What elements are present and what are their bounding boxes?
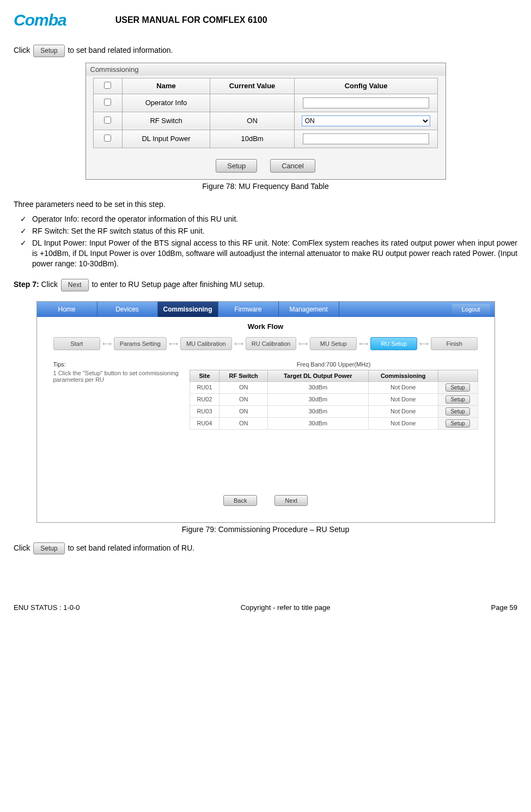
cell-site: RU01 — [190, 381, 219, 393]
next-button[interactable]: Next — [274, 495, 308, 506]
table-row: RU03 ON 30dBm Not Done Setup — [190, 405, 478, 417]
table-row: DL Input Power 10dBm — [93, 130, 438, 148]
page-header: Comba USER MANUAL FOR COMFLEX 6100 — [14, 11, 517, 29]
next-button[interactable]: Next — [61, 279, 89, 291]
wf-mu-cal[interactable]: MU Calibration — [180, 337, 232, 350]
bottom-navigation: Back Next — [37, 435, 495, 522]
table-row: RU04 ON 30dBm Not Done Setup — [190, 417, 478, 429]
intro-prefix: Click — [14, 46, 32, 54]
intro-paragraph: Click Setup to set band related informat… — [14, 45, 517, 57]
step-7-suffix: to enter to RU Setup page after finishin… — [91, 280, 265, 289]
cell-site: RU04 — [190, 417, 219, 429]
cell-rf: ON — [219, 393, 267, 405]
setup-button[interactable]: Setup — [445, 383, 469, 392]
config-table: Name Current Value Config Value Operator… — [93, 78, 438, 148]
page-footer: ENU STATUS : 1-0-0 Copyright - refer to … — [14, 603, 517, 612]
setup-button[interactable]: Setup — [445, 395, 469, 404]
outro-suffix: to set band related information of RU. — [68, 544, 194, 552]
cell-site: RU03 — [190, 405, 219, 417]
cancel-button[interactable]: Cancel — [270, 159, 315, 173]
table-row: RF Switch ON ON — [93, 112, 438, 130]
cell-target: 30dBm — [267, 393, 368, 405]
nav-home[interactable]: Home — [37, 302, 97, 317]
arrow-icon: ⟷ — [297, 340, 309, 347]
header-config: Config Value — [294, 78, 437, 94]
tips-body: 1 Click the "Setup" button to set commis… — [53, 370, 184, 383]
paragraph-three-params: Three parameters need to be set in this … — [14, 199, 517, 210]
nav-bar: Home Devices Commissioning Firmware Mana… — [37, 302, 495, 317]
row-checkbox[interactable] — [104, 117, 111, 124]
row-current — [210, 94, 295, 112]
ru-header-target: Target DL Output Power — [267, 370, 368, 381]
wf-ru-setup[interactable]: RU Setup — [370, 337, 417, 350]
footer-copyright: Copyright - refer to title page — [241, 603, 331, 612]
wf-finish[interactable]: Finish — [431, 337, 478, 350]
content-row: Tips: 1 Click the "Setup" button to set … — [37, 361, 495, 435]
ru-header-comm: Commissioning — [368, 370, 438, 381]
table-column: Freq Band:700 Upper(MHz) Site RF Switch … — [190, 361, 478, 430]
header-name: Name — [122, 78, 210, 94]
row-checkbox[interactable] — [104, 135, 111, 142]
workflow-title: Work Flow — [37, 317, 495, 334]
app-screenshot: Home Devices Commissioning Firmware Mana… — [36, 301, 495, 523]
table-row: RU02 ON 30dBm Not Done Setup — [190, 393, 478, 405]
ru-header-rf: RF Switch — [219, 370, 267, 381]
row-checkbox[interactable] — [104, 99, 111, 106]
footer-status: ENU STATUS : 1-0-0 — [14, 603, 80, 612]
document-title: USER MANUAL FOR COMFLEX 6100 — [115, 15, 267, 25]
nav-commissioning[interactable]: Commissioning — [158, 302, 218, 317]
setup-button[interactable]: Setup — [33, 542, 64, 555]
wf-ru-cal[interactable]: RU Calibration — [246, 337, 297, 350]
figure-caption-78: Figure 78: MU Frequency Band Table — [14, 182, 517, 191]
ru-header-action — [438, 370, 478, 381]
nav-devices[interactable]: Devices — [97, 302, 158, 317]
intro-suffix: to set band related information. — [68, 46, 173, 54]
setup-button[interactable]: Setup — [216, 159, 257, 173]
row-name: Operator Info — [122, 94, 210, 112]
row-current: 10dBm — [210, 130, 295, 148]
ru-table: Site RF Switch Target DL Output Power Co… — [190, 370, 478, 430]
cell-rf: ON — [219, 417, 267, 429]
arrow-icon: ⟷ — [168, 340, 179, 347]
wf-start[interactable]: Start — [53, 337, 100, 350]
tips-column: Tips: 1 Click the "Setup" button to set … — [53, 361, 190, 430]
arrow-icon: ⟷ — [418, 340, 430, 347]
cell-target: 30dBm — [267, 381, 368, 393]
setup-button[interactable]: Setup — [445, 407, 469, 416]
config-input[interactable] — [303, 133, 430, 144]
row-current: ON — [210, 112, 295, 130]
row-name: RF Switch — [122, 112, 210, 130]
setup-button[interactable]: Setup — [33, 45, 64, 57]
logo: Comba — [14, 11, 66, 29]
arrow-icon: ⟷ — [358, 340, 369, 347]
outro-paragraph: Click Setup to set band related informat… — [14, 542, 517, 555]
setup-button[interactable]: Setup — [445, 419, 469, 428]
cell-rf: ON — [219, 405, 267, 417]
cell-rf: ON — [219, 381, 267, 393]
arrow-icon: ⟷ — [233, 340, 245, 347]
config-input[interactable] — [303, 97, 430, 108]
arrow-icon: ⟷ — [101, 340, 113, 347]
workflow-row: Start⟷ Params Setting⟷ MU Calibration⟷ R… — [37, 334, 495, 361]
header-checkbox[interactable] — [104, 82, 111, 89]
wf-params[interactable]: Params Setting — [114, 337, 167, 350]
row-name: DL Input Power — [122, 130, 210, 148]
cell-comm: Not Done — [368, 381, 438, 393]
nav-management[interactable]: Management — [279, 302, 339, 317]
nav-firmware[interactable]: Firmware — [218, 302, 279, 317]
config-select[interactable]: ON — [302, 115, 431, 126]
wf-mu-setup[interactable]: MU Setup — [310, 337, 357, 350]
back-button[interactable]: Back — [223, 495, 257, 506]
footer-page: Page 59 — [491, 603, 517, 612]
logout-button[interactable]: Logout — [452, 304, 490, 315]
step-7-paragraph: Step 7: Click Next to enter to RU Setup … — [14, 279, 517, 291]
panel-actions: Setup Cancel — [86, 150, 445, 179]
parameter-list: Operator Info: record the operator infor… — [14, 214, 517, 268]
list-item: DL Input Power: Input Power of the BTS s… — [20, 238, 517, 269]
header-checkbox-col — [93, 78, 122, 94]
cell-target: 30dBm — [267, 405, 368, 417]
cell-comm: Not Done — [368, 405, 438, 417]
outro-prefix: Click — [14, 544, 32, 552]
cell-comm: Not Done — [368, 417, 438, 429]
header-current: Current Value — [210, 78, 295, 94]
